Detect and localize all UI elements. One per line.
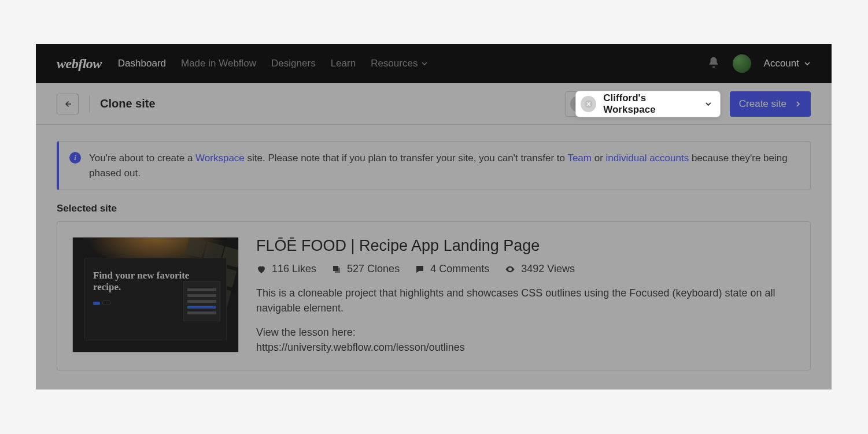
nav-made-in-webflow[interactable]: Made in Webflow — [181, 58, 256, 69]
notice-mid1: site. Please note that if you plan to tr… — [245, 153, 568, 164]
eye-icon — [504, 264, 516, 275]
webflow-logo[interactable]: webflow — [57, 56, 102, 72]
comments-value: 4 Comments — [430, 263, 489, 275]
clone-icon — [331, 264, 342, 275]
site-description: This is a cloneable project that highlig… — [256, 285, 795, 316]
nav-right: Account — [707, 54, 811, 73]
notice-mid2: or — [592, 153, 606, 164]
create-site-label: Create site — [739, 98, 786, 110]
divider — [89, 96, 90, 112]
site-info: FLŌĒ FOOD | Recipe App Landing Page 116 … — [256, 237, 795, 355]
chevron-down-icon — [705, 101, 712, 107]
selected-site-card: Find your new favorite recipe. FLŌĒ FOOD… — [57, 221, 811, 370]
site-lesson: View the lesson here: https://university… — [256, 325, 795, 355]
likes-value: 116 Likes — [272, 263, 316, 275]
team-link[interactable]: Team — [567, 153, 592, 164]
top-nav: webflow Dashboard Made in Webflow Design… — [36, 44, 832, 83]
info-notice: i You're about to create a Workspace sit… — [57, 141, 811, 190]
chevron-right-icon — [795, 101, 801, 107]
nav-resources[interactable]: Resources — [371, 58, 428, 69]
comment-icon — [415, 264, 425, 275]
stat-likes: 116 Likes — [256, 263, 316, 275]
notice-text: You're about to create a Workspace site.… — [89, 151, 800, 180]
nav-resources-label: Resources — [371, 58, 418, 69]
create-site-button[interactable]: Create site — [730, 91, 811, 117]
heart-icon — [256, 264, 267, 275]
clones-value: 527 Clones — [347, 263, 400, 275]
site-title: FLŌĒ FOOD | Recipe App Landing Page — [256, 237, 795, 255]
account-label: Account — [764, 58, 799, 69]
notifications-bell-icon[interactable] — [707, 56, 720, 71]
workspace-badge-icon — [581, 96, 596, 112]
avatar[interactable] — [733, 54, 751, 73]
individual-accounts-link[interactable]: individual accounts — [606, 153, 689, 164]
lesson-url: https://university.webflow.com/lesson/ou… — [256, 340, 795, 355]
info-icon: i — [69, 152, 81, 164]
nav-links: Dashboard Made in Webflow Designers Lear… — [118, 58, 707, 69]
account-dropdown[interactable]: Account — [764, 58, 811, 69]
stat-views: 3492 Views — [504, 263, 575, 275]
chevron-down-icon — [804, 60, 811, 67]
stat-clones: 527 Clones — [331, 263, 400, 275]
views-value: 3492 Views — [521, 263, 575, 275]
page-title: Clone site — [100, 97, 156, 110]
content: i You're about to create a Workspace sit… — [36, 125, 832, 387]
nav-designers[interactable]: Designers — [271, 58, 316, 69]
site-stats: 116 Likes 527 Clones 4 Comments 3492 Vie… — [256, 263, 795, 275]
nav-learn[interactable]: Learn — [331, 58, 356, 69]
stat-comments: 4 Comments — [415, 263, 489, 275]
workspace-link[interactable]: Workspace — [195, 153, 245, 164]
chevron-down-icon — [421, 60, 428, 67]
back-button[interactable] — [57, 94, 79, 114]
workspace-name: Clifford's Workspace — [603, 92, 698, 116]
site-thumbnail: Find your new favorite recipe. — [72, 237, 239, 353]
lesson-label: View the lesson here: — [256, 325, 795, 340]
nav-dashboard[interactable]: Dashboard — [118, 58, 166, 69]
workspace-selector-highlight[interactable]: Clifford's Workspace — [576, 91, 720, 117]
notice-pre: You're about to create a — [89, 153, 195, 164]
arrow-left-icon — [62, 99, 73, 109]
selected-site-label: Selected site — [57, 203, 811, 214]
